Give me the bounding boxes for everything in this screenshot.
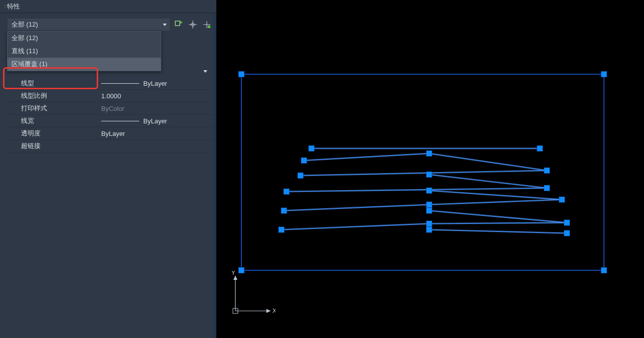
selector-value: 全部 (12)	[12, 20, 38, 29]
prop-value[interactable]: ByColor	[98, 102, 212, 114]
panel-grip-icon[interactable]: ::	[4, 4, 5, 9]
prop-value-text: ByLayer	[143, 80, 167, 87]
svg-rect-9	[208, 26, 210, 28]
lineswatch-icon	[101, 83, 139, 84]
grip-handle[interactable]	[601, 72, 607, 77]
selected-line[interactable]	[429, 191, 562, 200]
prop-row-linetype: 线型ByLayer	[7, 77, 212, 90]
grip-handle[interactable]	[427, 188, 432, 194]
svg-rect-0	[175, 21, 180, 26]
prop-label: 线型比例	[7, 90, 98, 102]
pick-add-icon[interactable]	[187, 19, 198, 30]
selected-line[interactable]	[429, 200, 562, 205]
selected-line[interactable]	[429, 211, 567, 223]
dropdown-item[interactable]: 直线 (11)	[8, 45, 161, 58]
grip-handle[interactable]	[309, 146, 314, 151]
grip-handle[interactable]	[281, 208, 287, 214]
grip-handle[interactable]	[427, 221, 432, 227]
prop-label: 透明度	[7, 127, 98, 139]
grip-handle[interactable]	[544, 186, 550, 191]
object-type-selector[interactable]: 全部 (12)	[7, 18, 170, 31]
prop-label: 线宽	[7, 115, 98, 127]
grip-handle[interactable]	[427, 151, 432, 156]
grip-handle[interactable]	[559, 197, 565, 203]
prop-row-plotstyle: 打印样式ByColor	[7, 102, 212, 115]
prop-value[interactable]: ByLayer	[98, 127, 212, 139]
chevron-down-icon	[163, 24, 167, 26]
panel-body: 全部 (12) 全部 (12)直线 (11)区域覆盖 (1) 线型ByLayer…	[0, 13, 216, 338]
grip-handle[interactable]	[564, 231, 570, 236]
prop-value-text: ByColor	[101, 105, 124, 112]
prop-row-lineweight: 线宽ByLayer	[7, 115, 212, 127]
selected-line[interactable]	[284, 205, 429, 211]
selector-row: 全部 (12)	[7, 18, 212, 31]
svg-marker-13	[233, 276, 237, 280]
section-collapse-icon[interactable]	[203, 70, 207, 73]
ucs-x-label: X	[272, 307, 275, 314]
grip-handle[interactable]	[537, 146, 543, 151]
prop-row-hyperlink: 超链接	[7, 140, 212, 152]
prop-value[interactable]: 1.0000	[98, 90, 212, 102]
panel-title: 特性	[7, 2, 20, 11]
quick-select-icon[interactable]	[173, 19, 184, 30]
selected-line[interactable]	[429, 175, 547, 188]
grip-handle[interactable]	[601, 268, 607, 273]
grip-handle[interactable]	[427, 202, 432, 208]
selected-line[interactable]	[300, 171, 547, 176]
prop-value[interactable]: ByLayer	[98, 77, 212, 89]
drawing-canvas[interactable]: X Y	[216, 0, 644, 338]
grip-handle[interactable]	[284, 189, 289, 195]
ucs-icon: X Y	[230, 271, 275, 316]
grip-handle[interactable]	[279, 227, 284, 233]
prop-value[interactable]	[98, 140, 212, 152]
grip-handle[interactable]	[301, 158, 307, 163]
prop-value-text: 1.0000	[101, 92, 121, 100]
selected-line[interactable]	[304, 153, 429, 160]
properties-panel: :: 特性 全部 (12) 全部 (12)直线 (11)区域覆盖 (1)	[0, 0, 216, 338]
grip-handle[interactable]	[298, 173, 303, 179]
panel-header: :: 特性	[0, 0, 216, 13]
properties-list: 线型ByLayer线型比例1.0000打印样式ByColor线宽ByLayer透…	[7, 65, 212, 152]
object-type-dropdown: 全部 (12)直线 (11)区域覆盖 (1)	[7, 31, 161, 71]
svg-marker-12	[266, 309, 270, 313]
prop-label: 线型	[7, 77, 98, 89]
selected-line[interactable]	[281, 224, 429, 230]
drawing-svg	[216, 0, 644, 338]
grip-handle[interactable]	[427, 227, 432, 233]
prop-label: 超链接	[7, 140, 98, 152]
grip-handle[interactable]	[544, 168, 550, 174]
dropdown-item[interactable]: 全部 (12)	[8, 32, 161, 45]
selected-line[interactable]	[429, 153, 547, 171]
prop-row-transparency: 透明度ByLayer	[7, 127, 212, 140]
prop-value[interactable]: ByLayer	[98, 115, 212, 127]
selected-line[interactable]	[429, 230, 567, 233]
prop-row-ltscale: 线型比例1.0000	[7, 90, 212, 102]
prop-label: 打印样式	[7, 102, 98, 114]
lineswatch-icon	[101, 121, 139, 121]
ucs-y-label: Y	[231, 271, 235, 276]
pick-plus-icon[interactable]	[201, 19, 212, 30]
grip-handle[interactable]	[427, 172, 432, 178]
dropdown-item[interactable]: 区域覆盖 (1)	[8, 58, 161, 71]
grip-handle[interactable]	[427, 208, 432, 214]
grip-handle[interactable]	[564, 220, 570, 226]
prop-value-text: ByLayer	[143, 117, 167, 125]
grip-handle[interactable]	[239, 72, 244, 77]
prop-value-text: ByLayer	[101, 130, 125, 137]
selected-line[interactable]	[286, 188, 547, 192]
